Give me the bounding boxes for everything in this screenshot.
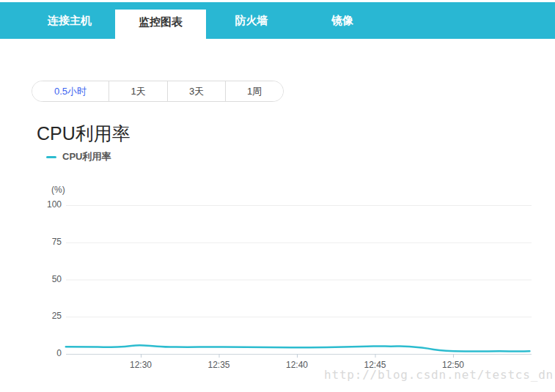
y-axis-unit-label: (%) <box>51 185 65 195</box>
chart-title: CPU利用率 <box>37 122 131 146</box>
cpu-usage-chart <box>0 0 555 392</box>
time-range-button-3[interactable]: 3天 <box>167 81 225 101</box>
tab-4[interactable]: 镜像 <box>297 2 388 39</box>
x-tick-label: 12:40 <box>275 360 319 370</box>
y-tick-label: 50 <box>37 274 62 284</box>
legend-item-cpu[interactable]: CPU利用率 <box>46 150 111 163</box>
monitor-page: 连接主机监控图表防火墙镜像 0.5小时1天3天1周 CPU利用率 CPU利用率 … <box>0 0 555 392</box>
x-tick-label: 12:30 <box>119 360 163 370</box>
legend-label: CPU利用率 <box>62 150 111 163</box>
legend-line-icon <box>46 156 56 158</box>
cpu-usage-line <box>66 345 530 351</box>
tab-3[interactable]: 防火墙 <box>206 2 297 39</box>
time-range-button-1[interactable]: 0.5小时 <box>32 81 109 101</box>
x-tick-label: 12:35 <box>197 360 241 370</box>
time-range-button-2[interactable]: 1天 <box>109 81 167 101</box>
tab-2[interactable]: 监控图表 <box>115 10 206 39</box>
watermark-text: http://blog.csdn.net/testcs_dn <box>324 368 554 382</box>
tab-bar: 连接主机监控图表防火墙镜像 <box>0 2 555 39</box>
y-tick-label: 100 <box>37 199 62 210</box>
y-tick-label: 75 <box>37 237 62 247</box>
y-tick-label: 25 <box>37 311 62 321</box>
time-range-button-4[interactable]: 1周 <box>225 81 283 101</box>
y-tick-label: 0 <box>37 348 62 358</box>
tab-1[interactable]: 连接主机 <box>24 2 115 39</box>
time-range-group: 0.5小时1天3天1周 <box>32 81 284 102</box>
